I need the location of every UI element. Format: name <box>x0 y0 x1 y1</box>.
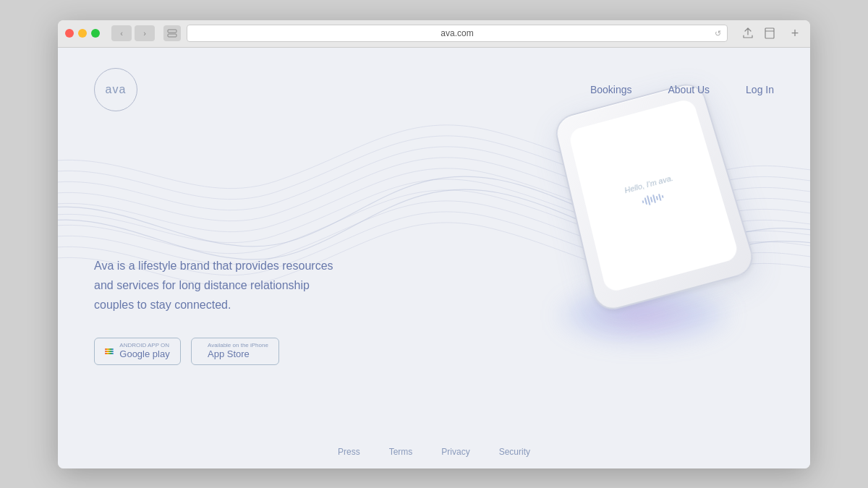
hero-section: Ava is a lifestyle brand that provides r… <box>58 126 810 366</box>
svg-rect-1 <box>168 34 176 37</box>
minimize-button[interactable] <box>78 29 87 38</box>
app-store-small-text: Available on the iPhone <box>208 343 268 348</box>
close-button[interactable] <box>65 29 74 38</box>
maximize-button[interactable] <box>91 29 100 38</box>
app-store-button[interactable]: Available on the iPhone App Store <box>191 338 279 365</box>
traffic-lights <box>65 29 100 38</box>
google-play-text: ANDROID APP ON Google play <box>119 343 169 360</box>
browser-window: ‹ › ava.com ↺ <box>58 20 810 468</box>
tab-view-button[interactable] <box>163 25 181 41</box>
logo-text: ava <box>106 83 127 96</box>
site-navigation: ava Bookings About Us Log In <box>58 48 810 126</box>
svg-rect-0 <box>168 30 176 33</box>
url-text: ava.com <box>441 28 473 38</box>
logo[interactable]: ava <box>94 68 137 111</box>
forward-button[interactable]: › <box>135 25 155 41</box>
app-store-text: Available on the iPhone App Store <box>208 343 268 360</box>
nav-login[interactable]: Log In <box>746 84 774 95</box>
google-play-large-text: Google play <box>119 348 169 360</box>
back-button[interactable]: ‹ <box>111 25 132 41</box>
footer-terms[interactable]: Terms <box>389 447 413 457</box>
new-tab-button[interactable]: + <box>787 25 803 41</box>
app-store-large-text: App Store <box>208 348 250 360</box>
nav-about[interactable]: About Us <box>668 84 710 95</box>
site-content: ava Bookings About Us Log In Ava is a li… <box>58 48 810 468</box>
google-play-icon <box>105 348 114 354</box>
refresh-icon[interactable]: ↺ <box>715 29 721 38</box>
nav-buttons: ‹ › <box>111 25 155 41</box>
google-play-small-text: ANDROID APP ON <box>119 343 169 348</box>
google-play-button[interactable]: ANDROID APP ON Google play <box>94 338 181 365</box>
browser-toolbar-right <box>739 25 778 41</box>
nav-links: Bookings About Us Log In <box>590 84 774 95</box>
browser-chrome: ‹ › ava.com ↺ <box>58 20 810 48</box>
footer-privacy[interactable]: Privacy <box>441 447 469 457</box>
footer-security[interactable]: Security <box>499 447 530 457</box>
hero-text: Ava is a lifestyle brand that provides r… <box>94 256 347 366</box>
bookmark-button[interactable] <box>761 25 778 41</box>
footer-press[interactable]: Press <box>338 447 360 457</box>
app-buttons: ANDROID APP ON Google play Available on … <box>94 338 347 365</box>
svg-rect-2 <box>765 28 774 38</box>
site-footer: Press Terms Privacy Security <box>58 447 810 457</box>
hero-description: Ava is a lifestyle brand that provides r… <box>94 256 347 315</box>
nav-bookings[interactable]: Bookings <box>590 84 632 95</box>
address-bar[interactable]: ava.com ↺ <box>187 25 728 42</box>
share-button[interactable] <box>739 25 757 41</box>
